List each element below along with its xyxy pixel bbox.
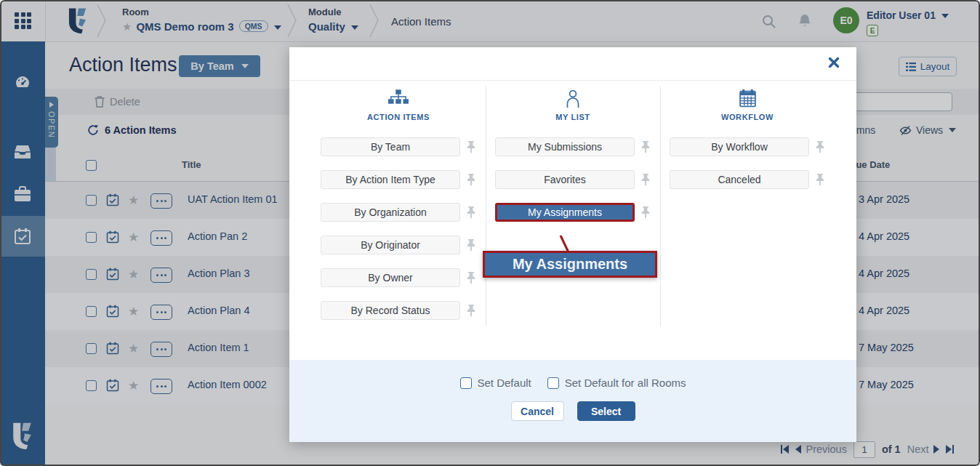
set-default-label: Set Default (478, 377, 531, 389)
column-heading: MY LIST (486, 113, 660, 121)
modal-column-workflow: WORKFLOW By Workflow Canceled (660, 81, 835, 203)
my-assignments-callout: My Assignments (483, 251, 657, 278)
pin-icon[interactable] (640, 140, 651, 154)
modal-footer: Set Default Set Default for all Rooms Ca… (289, 360, 856, 442)
calendar-icon (660, 89, 835, 111)
view-selection-modal: ACTION ITEMS By Team By Action Item Type… (289, 47, 856, 442)
pin-icon[interactable] (815, 173, 825, 187)
org-chart-icon (311, 89, 486, 111)
modal-column-my-list: MY LIST My Submissions Favorites My Assi… (486, 81, 660, 236)
view-option-by-owner[interactable]: By Owner (321, 268, 460, 287)
pin-icon[interactable] (466, 206, 476, 220)
view-option-by-originator[interactable]: By Originator (321, 236, 460, 254)
set-default-all-label: Set Default for all Rooms (565, 377, 686, 389)
select-button[interactable]: Select (577, 401, 635, 421)
view-option-by-record-status[interactable]: By Record Status (321, 301, 460, 320)
modal-column-action-items: ACTION ITEMS By Team By Action Item Type… (311, 81, 486, 334)
cancel-button[interactable]: Cancel (511, 401, 564, 421)
pin-icon[interactable] (640, 173, 651, 187)
checkbox-icon (460, 377, 472, 389)
pin-icon[interactable] (815, 140, 825, 154)
application-window: Room ★QMS Demo room 3QMS Module Quality … (0, 0, 980, 466)
column-heading: WORKFLOW (660, 113, 835, 121)
person-icon (486, 89, 660, 111)
checkbox-icon (547, 377, 559, 389)
pin-icon[interactable] (640, 206, 651, 220)
view-option-canceled[interactable]: Canceled (670, 170, 809, 189)
close-icon[interactable] (827, 57, 840, 70)
pin-icon[interactable] (466, 140, 476, 154)
pin-icon[interactable] (466, 271, 476, 285)
set-default-checkbox[interactable]: Set Default (460, 377, 531, 389)
modal-body: ACTION ITEMS By Team By Action Item Type… (289, 81, 856, 361)
modal-header (289, 47, 856, 81)
pin-icon[interactable] (466, 238, 476, 252)
view-option-by-workflow[interactable]: By Workflow (670, 137, 809, 156)
view-option-my-submissions[interactable]: My Submissions (495, 137, 635, 156)
view-option-favorites[interactable]: Favorites (495, 170, 635, 189)
view-option-by-team[interactable]: By Team (321, 137, 460, 156)
pin-icon[interactable] (466, 173, 476, 187)
set-default-all-rooms-checkbox[interactable]: Set Default for all Rooms (547, 377, 686, 389)
view-option-by-action-item-type[interactable]: By Action Item Type (321, 170, 460, 189)
view-option-my-assignments-selected[interactable]: My Assignments (495, 203, 635, 222)
pin-icon[interactable] (466, 304, 476, 318)
view-option-by-organization[interactable]: By Organization (321, 203, 460, 222)
column-heading: ACTION ITEMS (311, 113, 486, 121)
